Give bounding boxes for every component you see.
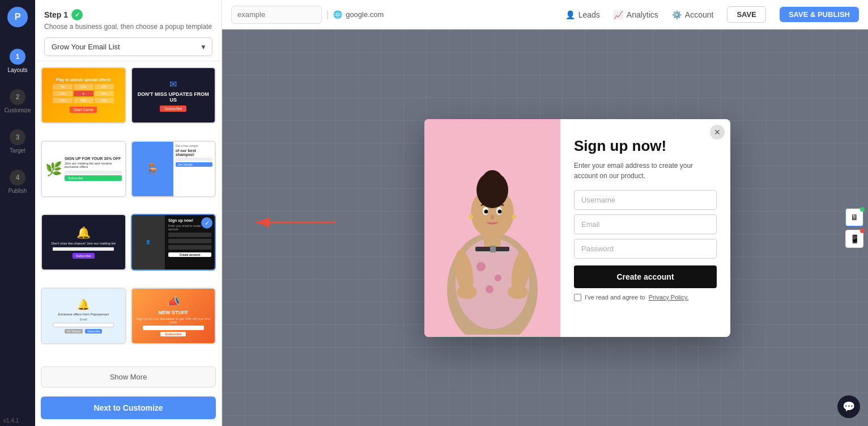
purple-btn: Subscribe xyxy=(73,253,95,259)
chair-sub: Get a free sample xyxy=(176,144,212,147)
svg-point-20 xyxy=(491,215,494,220)
svg-point-5 xyxy=(476,262,486,271)
chair-input-preview xyxy=(176,158,212,161)
chat-icon: 💬 xyxy=(843,400,855,413)
mobile-icon: 📱 xyxy=(850,234,860,243)
purple-icon: 🔔 xyxy=(76,226,91,239)
blue-sub: Email xyxy=(80,318,87,321)
canvas-side-tools: 🖥 📱 xyxy=(845,208,863,248)
sidebar-step-customize[interactable]: 2 Customize xyxy=(0,83,35,119)
step-label: Step 1 xyxy=(44,10,68,19)
popup-create-button[interactable]: Create account xyxy=(574,265,717,288)
new-sub: Sign up for our newsletter & get 15% off… xyxy=(135,317,212,324)
dark-input-3 xyxy=(168,245,211,250)
svg-point-18 xyxy=(484,209,488,213)
popup-terms: I've read and agree to Privacy Policy. xyxy=(574,294,717,301)
new-title: NEW STUFF xyxy=(159,310,189,315)
chat-button[interactable]: 💬 xyxy=(837,395,860,418)
arrow-pointer xyxy=(250,211,341,239)
template-card-2[interactable]: ✉ DON'T MISS UPDATES FROM US Subscribe xyxy=(131,67,216,124)
url-input[interactable] xyxy=(231,6,322,24)
step-label-layouts: Layouts xyxy=(7,67,27,73)
analytics-icon: 📈 xyxy=(614,10,623,19)
panel-sub-desc: Choose a business goal, then choose a po… xyxy=(44,23,212,31)
main-area: | 🌐 google.com 👤 Leads 📈 Analytics ⚙️ Ac… xyxy=(222,0,868,426)
goal-dropdown[interactable]: Grow Your Email List Generate Leads Anno… xyxy=(44,37,212,56)
purple-text: Don't miss the chance! Join our mailing … xyxy=(52,242,116,245)
save-publish-button[interactable]: SAVE & PUBLISH xyxy=(780,7,859,22)
svg-point-6 xyxy=(495,275,501,281)
dont-miss-btn: Subscribe xyxy=(160,106,186,112)
show-more-button[interactable]: Show More xyxy=(41,366,216,387)
plant-title: SIGN UP FOR YOUR 30% OFF xyxy=(65,157,122,161)
popup-close-button[interactable]: ✕ xyxy=(710,125,725,140)
svg-point-22 xyxy=(512,214,516,219)
sidebar-step-layouts[interactable]: 1 Layouts xyxy=(0,43,35,79)
step-checkmark: ✓ xyxy=(71,9,83,20)
megaphone-icon: 📣 xyxy=(167,296,180,308)
chair-btn: Get Sample xyxy=(176,162,212,167)
dont-miss-mail-icon: ✉ xyxy=(169,79,177,90)
leads-nav-item[interactable]: 👤 Leads xyxy=(565,10,600,19)
analytics-nav-item[interactable]: 📈 Analytics xyxy=(614,10,658,19)
sidebar-step-publish[interactable]: 4 Publish xyxy=(0,164,35,200)
popup-email-input[interactable] xyxy=(574,214,717,234)
leads-label: Leads xyxy=(578,10,600,19)
plant-text: SIGN UP FOR YOUR 30% OFF Join our mailin… xyxy=(65,157,122,181)
template-card-4[interactable]: 🪑 Get a free sample of our best shampoo!… xyxy=(131,141,216,197)
step-label-customize: Customize xyxy=(4,107,31,113)
desktop-icon: 🖥 xyxy=(850,213,858,222)
goal-dropdown-wrapper[interactable]: Grow Your Email List Generate Leads Anno… xyxy=(44,37,212,56)
account-nav-item[interactable]: ⚙️ Account xyxy=(672,10,714,19)
step-label-publish: Publish xyxy=(8,188,27,194)
svg-point-10 xyxy=(457,285,477,299)
template-card-8[interactable]: 📣 NEW STUFF Sign up for our newsletter &… xyxy=(131,288,216,344)
template-4-preview: 🪑 Get a free sample of our best shampoo!… xyxy=(132,142,215,196)
dark-input-1 xyxy=(168,233,211,237)
chair-icon: 🪑 xyxy=(146,162,160,176)
template-panel: Step 1 ✓ Choose a business goal, then ch… xyxy=(35,0,222,426)
template-1-preview-btn: Start Game xyxy=(70,107,97,113)
template-card-3[interactable]: 🌿 SIGN UP FOR YOUR 30% OFF Join our mail… xyxy=(41,141,126,197)
panel-step-title: Step 1 ✓ xyxy=(44,9,212,20)
template-card-1[interactable]: Play to unlock special offers! 5% 10% 15… xyxy=(41,67,126,124)
gear-icon: ⚙️ xyxy=(672,10,682,19)
mobile-dot xyxy=(860,229,865,233)
desktop-active-dot xyxy=(860,207,865,212)
popup-terms-checkbox[interactable] xyxy=(574,294,581,301)
blue-text: Exclusive offers from Popupsmart xyxy=(58,313,109,316)
popup-terms-link[interactable]: Privacy Policy. xyxy=(649,294,689,301)
blue-btns: No Thanks Subscribe xyxy=(65,329,102,334)
sidebar-nav: P 1 Layouts 2 Customize 3 Target 4 Publi… xyxy=(0,0,35,426)
save-button[interactable]: SAVE xyxy=(727,6,765,23)
svg-point-15 xyxy=(482,170,503,191)
popup-password-input[interactable] xyxy=(574,239,717,259)
popup-description: Enter your email address to create your … xyxy=(574,161,717,181)
svg-point-11 xyxy=(508,285,528,299)
svg-point-19 xyxy=(498,209,502,213)
dark-split-image: 👤 xyxy=(132,215,165,269)
next-customize-button[interactable]: Next to Customize xyxy=(41,397,216,419)
template-card-5[interactable]: 🔔 Don't miss the chance! Join our mailin… xyxy=(41,214,126,271)
analytics-label: Analytics xyxy=(627,10,658,19)
dark-btn: Create account xyxy=(168,252,211,257)
template-card-7[interactable]: 🔔 Exclusive offers from Popupsmart Email… xyxy=(41,288,126,344)
topbar: | 🌐 google.com 👤 Leads 📈 Analytics ⚙️ Ac… xyxy=(222,0,868,29)
popup-terms-text: I've read and agree to xyxy=(585,294,645,301)
plant-desc: Join our mailing list and receive exclus… xyxy=(65,162,122,168)
template-card-6[interactable]: ✓ 👤 Sign up now! Enter your email to cre… xyxy=(131,214,216,271)
topbar-url-section: | 🌐 google.com xyxy=(231,6,559,24)
chair-title: of our best shampoo! xyxy=(176,149,212,157)
svg-point-21 xyxy=(469,214,473,219)
svg-point-7 xyxy=(486,285,493,293)
plant-icon: 🌿 xyxy=(45,161,62,177)
template-selected-badge: ✓ xyxy=(201,217,212,229)
popup-username-input[interactable] xyxy=(574,190,717,210)
new-btn: Subscribe xyxy=(160,332,186,336)
canvas: ✕ Sign up now! Enter your email address … xyxy=(222,29,868,426)
blue-input xyxy=(53,323,114,327)
sidebar-step-target[interactable]: 3 Target xyxy=(0,124,35,159)
template-5-preview: 🔔 Don't miss the chance! Join our mailin… xyxy=(42,215,125,269)
dont-miss-title: DON'T MISS UPDATES FROM US xyxy=(134,91,213,103)
topbar-nav: 👤 Leads 📈 Analytics ⚙️ Account SAVE SAVE… xyxy=(565,6,859,23)
